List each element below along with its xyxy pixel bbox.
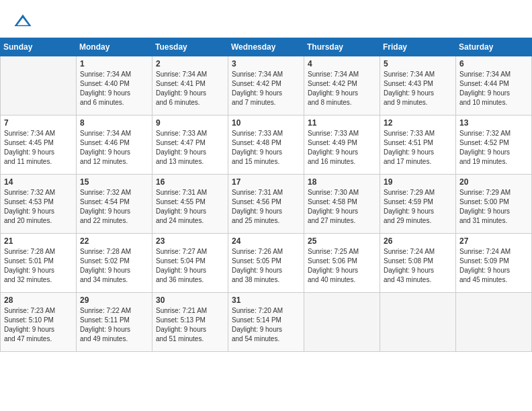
day-info-line: Daylight: 9 hours [308,89,376,98]
weekday-header-thursday: Thursday [304,38,380,56]
day-info: Sunrise: 7:25 AMSunset: 5:06 PMDaylight:… [308,247,376,285]
day-info: Sunrise: 7:32 AMSunset: 4:53 PMDaylight:… [4,188,73,226]
day-info-line: and 49 minutes. [80,334,148,344]
day-number: 17 [232,177,300,187]
day-info-line: Sunrise: 7:27 AM [156,247,224,257]
day-info-line: Daylight: 9 hours [308,266,376,275]
day-info-line: Sunrise: 7:29 AM [459,188,528,197]
day-info-line: Sunset: 4:49 PM [308,138,376,148]
calendar-day-31: 31Sunrise: 7:20 AMSunset: 5:14 PMDayligh… [228,293,304,352]
day-info: Sunrise: 7:33 AMSunset: 4:49 PMDaylight:… [308,129,376,167]
day-number: 9 [156,118,224,128]
calendar-day-27: 27Sunrise: 7:24 AMSunset: 5:09 PMDayligh… [456,234,532,293]
day-number: 8 [80,118,148,128]
day-number: 4 [308,59,376,68]
day-info-line: Sunset: 4:55 PM [156,197,224,207]
day-number: 21 [4,236,73,246]
day-info: Sunrise: 7:34 AMSunset: 4:43 PMDaylight:… [384,70,452,107]
calendar-day-21: 21Sunrise: 7:28 AMSunset: 5:01 PMDayligh… [1,234,77,293]
day-number: 13 [459,118,528,128]
day-info-line: Sunset: 5:09 PM [459,257,528,266]
calendar-week-2: 7Sunrise: 7:34 AMSunset: 4:45 PMDaylight… [1,116,532,175]
day-number: 14 [4,177,73,187]
day-info-line: and 11 minutes. [4,157,73,167]
calendar-day-24: 24Sunrise: 7:26 AMSunset: 5:05 PMDayligh… [228,234,304,293]
day-info-line: and 43 minutes. [384,275,452,285]
day-info-line: Sunset: 4:51 PM [384,138,452,148]
calendar-day-5: 5Sunrise: 7:34 AMSunset: 4:43 PMDaylight… [380,56,456,116]
day-info-line: and 32 minutes. [4,275,73,285]
calendar-day-15: 15Sunrise: 7:32 AMSunset: 4:54 PMDayligh… [77,175,152,234]
page: SundayMondayTuesdayWednesdayThursdayFrid… [0,0,532,411]
day-number: 26 [384,236,452,246]
day-info-line: and 10 minutes. [459,98,528,107]
day-info: Sunrise: 7:23 AMSunset: 5:10 PMDaylight:… [4,306,73,344]
day-number: 25 [308,236,376,246]
day-info-line: Sunrise: 7:34 AM [308,70,376,79]
day-info-line: Sunrise: 7:33 AM [156,129,224,138]
day-info-line: Sunrise: 7:24 AM [384,247,452,257]
day-info-line: Sunset: 5:01 PM [4,257,73,266]
day-info-line: Sunset: 5:08 PM [384,257,452,266]
day-info-line: Sunrise: 7:28 AM [4,247,73,257]
day-info: Sunrise: 7:34 AMSunset: 4:42 PMDaylight:… [308,70,376,107]
weekday-header-tuesday: Tuesday [152,38,228,56]
day-info-line: Sunrise: 7:31 AM [156,188,224,197]
calendar-empty [304,293,380,352]
day-info-line: and 19 minutes. [459,157,528,167]
calendar-day-7: 7Sunrise: 7:34 AMSunset: 4:45 PMDaylight… [1,116,77,175]
day-info-line: and 51 minutes. [156,334,224,344]
weekday-header-monday: Monday [77,38,152,56]
calendar-day-8: 8Sunrise: 7:34 AMSunset: 4:46 PMDaylight… [77,116,152,175]
day-info-line: Sunset: 5:10 PM [4,316,73,325]
day-info: Sunrise: 7:29 AMSunset: 4:59 PMDaylight:… [384,188,452,226]
day-info: Sunrise: 7:34 AMSunset: 4:40 PMDaylight:… [80,70,148,107]
day-info-line: and 40 minutes. [308,275,376,285]
day-info-line: Sunrise: 7:31 AM [232,188,300,197]
calendar-day-16: 16Sunrise: 7:31 AMSunset: 4:55 PMDayligh… [152,175,228,234]
day-info-line: Daylight: 9 hours [80,89,148,98]
day-info-line: Daylight: 9 hours [232,148,300,157]
weekday-header-wednesday: Wednesday [228,38,304,56]
day-info-line: and 29 minutes. [384,216,452,226]
calendar-day-12: 12Sunrise: 7:33 AMSunset: 4:51 PMDayligh… [380,116,456,175]
day-info-line: Sunrise: 7:33 AM [384,129,452,138]
day-info-line: Sunrise: 7:34 AM [80,129,148,138]
day-number: 1 [80,59,148,68]
day-number: 2 [156,59,224,68]
day-info-line: Daylight: 9 hours [384,207,452,216]
day-info: Sunrise: 7:24 AMSunset: 5:08 PMDaylight:… [384,247,452,285]
day-info-line: Daylight: 9 hours [459,148,528,157]
day-info-line: Sunset: 5:04 PM [156,257,224,266]
day-info-line: Sunrise: 7:25 AM [308,247,376,257]
day-info-line: Sunset: 5:06 PM [308,257,376,266]
day-info: Sunrise: 7:27 AMSunset: 5:04 PMDaylight:… [156,247,224,285]
day-number: 6 [459,59,528,68]
day-number: 15 [80,177,148,187]
day-info-line: Sunrise: 7:22 AM [80,306,148,316]
day-info-line: Sunset: 4:45 PM [4,138,73,148]
calendar-day-4: 4Sunrise: 7:34 AMSunset: 4:42 PMDaylight… [304,56,380,116]
day-info-line: and 17 minutes. [384,157,452,167]
day-info: Sunrise: 7:32 AMSunset: 4:52 PMDaylight:… [459,129,528,167]
day-info: Sunrise: 7:24 AMSunset: 5:09 PMDaylight:… [459,247,528,285]
day-info-line: Daylight: 9 hours [4,266,73,275]
day-info-line: Sunset: 4:41 PM [156,79,224,89]
day-info: Sunrise: 7:28 AMSunset: 5:01 PMDaylight:… [4,247,73,285]
calendar-day-1: 1Sunrise: 7:34 AMSunset: 4:40 PMDaylight… [77,56,152,116]
day-info-line: Daylight: 9 hours [308,148,376,157]
logo-icon [13,12,32,31]
day-info: Sunrise: 7:30 AMSunset: 4:58 PMDaylight:… [308,188,376,226]
day-info-line: and 16 minutes. [308,157,376,167]
day-info-line: Sunset: 4:52 PM [459,138,528,148]
day-info-line: Sunrise: 7:29 AM [384,188,452,197]
day-info-line: Daylight: 9 hours [232,266,300,275]
day-info-line: Sunrise: 7:26 AM [232,247,300,257]
day-info-line: Daylight: 9 hours [384,148,452,157]
day-info-line: Sunset: 5:11 PM [80,316,148,325]
day-info-line: and 24 minutes. [156,216,224,226]
day-number: 12 [384,118,452,128]
day-number: 30 [156,295,224,305]
day-number: 16 [156,177,224,187]
day-info-line: Sunrise: 7:34 AM [4,129,73,138]
